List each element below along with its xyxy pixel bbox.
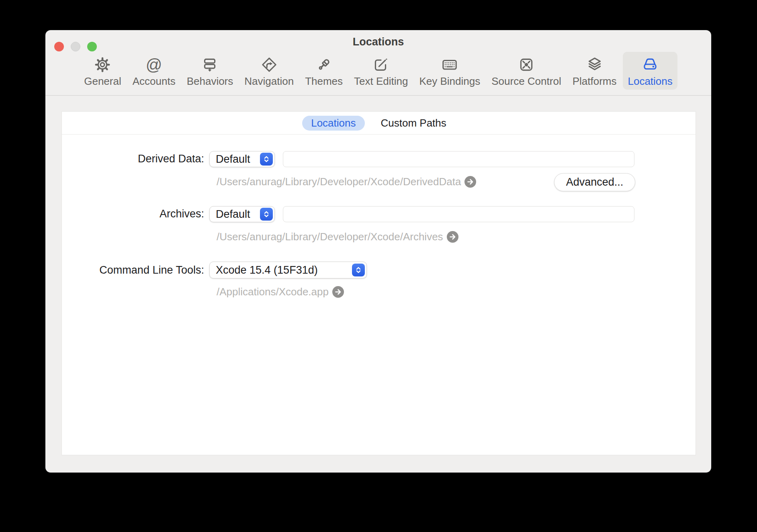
go-to-path-arrow-icon[interactable] (332, 286, 344, 298)
internal-drive-icon (641, 55, 659, 74)
square-pencil-icon (372, 55, 390, 74)
tab-navigation[interactable]: Navigation (239, 52, 299, 90)
stacked-actions-icon (201, 55, 219, 74)
tab-label: Themes (305, 76, 343, 87)
tab-label: Key Bindings (419, 76, 480, 87)
go-to-path-arrow-icon[interactable] (447, 231, 458, 243)
chevron-up-down-icon (352, 264, 365, 276)
advanced-button[interactable]: Advanced... (554, 173, 635, 191)
tab-label: Accounts (133, 76, 176, 87)
gear-icon (93, 55, 112, 74)
keyboard-icon (440, 55, 459, 74)
path-text: /Users/anurag/Library/Developer/Xcode/De… (217, 176, 461, 188)
command-line-tools-path-row: /Applications/Xcode.app (217, 286, 344, 298)
tab-general[interactable]: General (79, 52, 126, 90)
settings-toolbar: General @ Accounts Behav (45, 52, 711, 90)
derived-data-label: Derived Data: (62, 153, 204, 165)
derived-data-path-row: /Users/anurag/Library/Developer/Xcode/De… (217, 176, 476, 188)
settings-window: Locations (45, 30, 711, 473)
tab-label: Platforms (573, 76, 617, 87)
tab-label: Locations (628, 76, 672, 87)
tab-locations[interactable]: Locations (623, 52, 677, 90)
paintbrush-icon (315, 55, 333, 74)
tab-label: General (84, 76, 121, 87)
archives-popup[interactable]: Default (209, 206, 275, 222)
archives-path-row: /Users/anurag/Library/Developer/Xcode/Ar… (217, 231, 458, 243)
turn-sign-icon (260, 55, 278, 74)
archives-field[interactable] (283, 206, 634, 222)
path-text: /Applications/Xcode.app (217, 286, 329, 298)
tab-behaviors[interactable]: Behaviors (182, 52, 238, 90)
path-text: /Users/anurag/Library/Developer/Xcode/Ar… (217, 231, 443, 243)
tab-label: Source Control (491, 76, 561, 87)
vault-icon (517, 55, 536, 74)
go-to-path-arrow-icon[interactable] (464, 176, 476, 188)
titlebar-toolbar: Locations (45, 30, 711, 96)
tab-label: Behaviors (187, 76, 233, 87)
window-title: Locations (45, 36, 711, 48)
derived-data-popup[interactable]: Default (209, 151, 275, 167)
at-icon: @ (145, 55, 163, 74)
tab-label: Navigation (244, 76, 294, 87)
popup-value: Default (216, 208, 250, 221)
desktop-background: Locations (0, 0, 757, 532)
archives-label: Archives: (62, 208, 204, 220)
tab-source-control[interactable]: Source Control (487, 52, 566, 90)
popup-value: Default (216, 153, 250, 166)
popup-value: Xcode 15.4 (15F31d) (216, 264, 318, 276)
layers-icon (585, 55, 604, 74)
derived-data-field[interactable] (283, 151, 634, 167)
segmented-control: Locations Custom Paths (62, 112, 696, 135)
segment-custom-paths[interactable]: Custom Paths (372, 116, 455, 131)
chevron-up-down-icon (260, 153, 273, 166)
tab-themes[interactable]: Themes (300, 52, 348, 90)
segment-locations[interactable]: Locations (302, 116, 364, 131)
tab-label: Text Editing (354, 76, 408, 87)
command-line-tools-popup[interactable]: Xcode 15.4 (15F31d) (209, 262, 367, 278)
tab-accounts[interactable]: @ Accounts (128, 52, 180, 90)
tab-key-bindings[interactable]: Key Bindings (414, 52, 485, 90)
tab-platforms[interactable]: Platforms (568, 52, 622, 90)
chevron-up-down-icon (260, 208, 273, 221)
locations-panel: Locations Custom Paths Derived Data: Def… (61, 111, 696, 455)
tab-text-editing[interactable]: Text Editing (349, 52, 413, 90)
command-line-tools-label: Command Line Tools: (62, 264, 204, 276)
